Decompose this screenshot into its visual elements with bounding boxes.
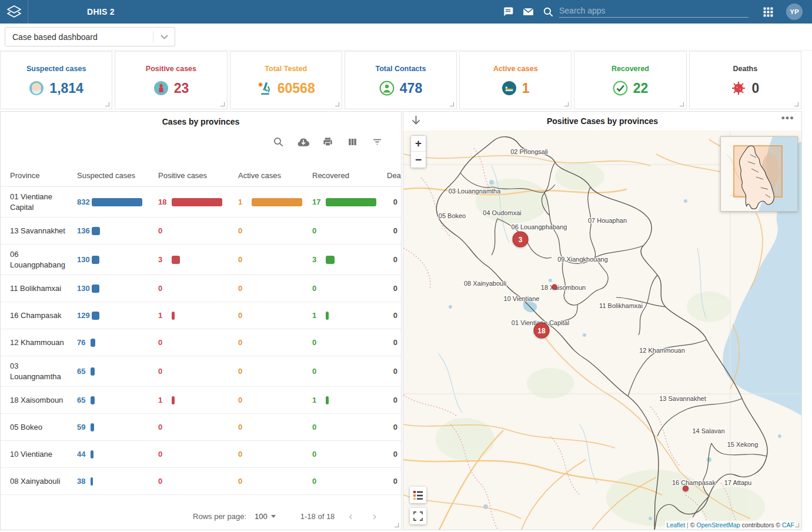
stat-card-value: 1 — [522, 81, 530, 96]
recovered-cell: 1 — [312, 311, 387, 320]
suspected-cell: 65 — [77, 367, 158, 376]
active-cell: 0 — [238, 311, 312, 320]
suspected-cell: 65 — [77, 396, 158, 404]
table-row[interactable]: 03 Louangnamtha650000 — [1, 356, 401, 387]
table-pagination: Rows per page: 100 1-18 of 18 ‹ › — [193, 510, 382, 523]
positive-bar — [172, 256, 180, 264]
overview-inset-map[interactable] — [720, 136, 798, 212]
mail-icon[interactable] — [518, 2, 538, 22]
table-row[interactable]: 10 Vientiane440000 — [1, 441, 401, 468]
table-row[interactable]: 08 Xainyabouli380000 — [1, 468, 401, 495]
resize-handle[interactable] — [450, 102, 454, 106]
search-icon[interactable] — [273, 136, 284, 148]
stat-card-label: Positive cases — [146, 65, 196, 73]
dhis2-logo[interactable] — [0, 0, 28, 24]
recovered-cell: 1 — [312, 396, 387, 404]
zoom-out-button[interactable]: − — [411, 152, 426, 168]
user-avatar[interactable]: YP — [786, 4, 803, 20]
stat-card-label: Total Contacts — [376, 65, 426, 73]
search-input[interactable] — [559, 6, 748, 15]
positive-cell: 3 — [158, 255, 238, 264]
rows-per-page-select[interactable]: 100 — [255, 512, 276, 521]
leaflet-link[interactable]: Leaflet — [667, 521, 686, 528]
case-count-marker[interactable]: 18 — [534, 323, 550, 339]
suspected-bar — [91, 423, 94, 431]
map-header: Positive Cases by provinces ••• — [403, 112, 801, 131]
cases-table-panel: Cases by provinces ProvinceSuspected cas… — [0, 111, 402, 530]
resize-handle[interactable] — [220, 102, 225, 106]
table-row[interactable]: 18 Xaisomboun651010 — [1, 387, 401, 414]
map-zoom-control: + − — [410, 135, 426, 168]
app-search-box[interactable] — [559, 6, 748, 18]
table-row[interactable]: 06 Louangphabang1303030 — [1, 245, 401, 275]
table-row[interactable]: 05 Bokeo590000 — [1, 414, 401, 441]
zoom-in-button[interactable]: + — [411, 136, 426, 152]
deaths-cell: 0 — [387, 477, 402, 486]
province-label: 09 Xiangkhouang — [557, 256, 608, 263]
stat-card-label: Total Tested — [265, 65, 307, 73]
table-row[interactable]: 11 Bolikhamxai1300000 — [1, 275, 401, 302]
recovered-cell: 0 — [312, 423, 387, 431]
province-cell: 05 Bokeo — [10, 422, 77, 433]
fullscreen-button[interactable] — [410, 508, 426, 524]
resize-handle[interactable] — [795, 523, 799, 527]
resize-handle[interactable] — [564, 102, 569, 106]
messages-icon[interactable] — [498, 2, 518, 22]
filter-icon[interactable] — [372, 136, 383, 148]
recovered-bar — [326, 396, 329, 404]
stat-card: Suspected cases1,814 — [0, 51, 112, 109]
apps-menu-icon[interactable] — [758, 2, 778, 22]
positive-cell: 0 — [158, 226, 238, 235]
stat-card-value: 23 — [174, 81, 189, 96]
resize-handle[interactable] — [335, 102, 339, 106]
resize-handle[interactable] — [794, 102, 798, 106]
stat-card-label: Deaths — [733, 65, 757, 73]
more-options-icon[interactable]: ••• — [781, 112, 794, 124]
stat-card-label: Active cases — [493, 65, 538, 73]
table-row[interactable]: 12 Khammouan760000 — [1, 329, 401, 356]
deaths-cell: 0 — [387, 396, 402, 404]
dashboard-selector[interactable]: Case based dashboard — [5, 27, 175, 46]
deaths-cell: 0 — [387, 284, 402, 293]
active-cell: 0 — [238, 226, 312, 235]
table-row[interactable]: 16 Champasak1291010 — [1, 302, 401, 329]
download-arrow-icon[interactable] — [411, 115, 421, 129]
deaths-cell: 0 — [387, 338, 402, 347]
case-count-marker[interactable]: 3 — [513, 232, 529, 247]
column-header-recovered[interactable]: Recovered — [312, 171, 387, 180]
deaths-cell: 0 — [387, 311, 402, 320]
province-cell: 11 Bolikhamxai — [10, 283, 77, 294]
case-dot-marker[interactable] — [683, 486, 689, 491]
download-icon[interactable] — [298, 136, 309, 148]
active-cell: 0 — [238, 284, 312, 293]
column-header-deaths[interactable]: Deaths — [387, 171, 402, 180]
active-cell: 0 — [238, 477, 312, 486]
positive-cell: 0 — [158, 338, 238, 347]
next-page-button[interactable]: › — [367, 510, 382, 523]
caf-link[interactable]: CAF — [782, 521, 794, 528]
print-icon[interactable] — [322, 136, 333, 148]
stat-cards-row: Suspected cases1,814Positive cases23Tota… — [0, 51, 812, 110]
case-dot-marker[interactable] — [552, 285, 557, 290]
province-label: 03 Louangnamtha — [449, 188, 501, 195]
province-label: 14 Salavan — [692, 427, 724, 434]
suspected-bar — [92, 198, 142, 206]
active-cell: 1 — [238, 198, 312, 206]
previous-page-button[interactable]: ‹ — [343, 510, 358, 523]
openstreetmap-link[interactable]: OpenStreetMap — [697, 521, 740, 528]
recovered-cell: 0 — [312, 450, 387, 459]
resize-handle[interactable] — [680, 102, 684, 106]
legend-button[interactable] — [410, 487, 426, 503]
columns-icon[interactable] — [347, 136, 358, 148]
top-header-bar: DHIS 2 YP — [0, 0, 812, 24]
table-row[interactable]: 01 Vientiane Capital832181170 — [1, 187, 401, 218]
table-row[interactable]: 13 Savannakhet1360000 — [1, 218, 401, 245]
resize-handle[interactable] — [395, 523, 399, 527]
column-header-province[interactable]: Province — [10, 171, 77, 180]
province-label: 13 Savannakhet — [659, 395, 706, 402]
column-header-positive-cases[interactable]: Positive cases — [158, 171, 238, 180]
map-canvas[interactable]: 02 Phongsali03 Louangnamtha05 Bokeo04 Ou… — [403, 131, 801, 530]
column-header-suspected-cases[interactable]: Suspected cases — [77, 171, 158, 180]
resize-handle[interactable] — [105, 102, 109, 106]
column-header-active-cases[interactable]: Active cases — [238, 171, 312, 180]
